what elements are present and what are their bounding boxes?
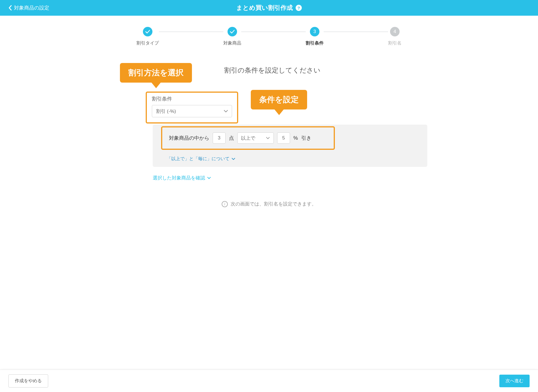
- chevron-left-icon: [8, 5, 12, 11]
- confirm-products-link[interactable]: 選択した対象商品を確認: [153, 175, 415, 181]
- callout-discount-method: 割引方法を選択: [120, 63, 192, 83]
- step-discount-name: 4 割引名: [388, 27, 402, 46]
- callout-arrow-icon: [274, 109, 284, 115]
- chevron-down-icon: [207, 177, 211, 179]
- percent-input[interactable]: [277, 132, 290, 144]
- confirm-link-text: 選択した対象商品を確認: [153, 175, 205, 181]
- condition-suffix: 引き: [301, 135, 311, 141]
- help-icon[interactable]: ?: [296, 5, 302, 11]
- about-link[interactable]: 「以上で」と「毎に」について: [161, 156, 419, 162]
- step-discount-type: 割引タイプ: [136, 27, 159, 46]
- check-icon: [230, 30, 235, 34]
- step-indicator: 3: [310, 27, 319, 36]
- step-indicator: 4: [390, 27, 400, 36]
- operator-select-wrap: 以上で: [237, 132, 274, 144]
- content-area: 割引方法を選択 条件を設定 割引の条件を設定してください 割引条件 割引 (-%…: [90, 66, 448, 207]
- percent-symbol: %: [293, 135, 298, 141]
- info-text: 次の画面では、割引名を設定できます。: [231, 201, 316, 207]
- chevron-down-icon: [232, 158, 235, 160]
- step-discount-condition: 3 割引条件: [306, 27, 324, 46]
- condition-row: 対象商品の中から 点 以上で % 引き: [161, 126, 335, 150]
- cancel-button[interactable]: 作成をやめる: [8, 374, 48, 388]
- operator-select[interactable]: 以上で: [237, 132, 274, 144]
- page-title: まとめ買い割引作成: [236, 4, 293, 12]
- footer-bar: 作成をやめる 次へ進む: [0, 370, 538, 392]
- discount-type-box: 割引条件 割引 (-%): [146, 92, 238, 123]
- callout-arrow-icon: [151, 82, 161, 88]
- step-connector: [324, 32, 388, 32]
- page-header: 対象商品の設定 まとめ買い割引作成 ?: [0, 0, 538, 16]
- step-connector: [241, 32, 306, 32]
- step-label: 割引条件: [306, 40, 324, 46]
- header-title-wrap: まとめ買い割引作成 ?: [236, 4, 302, 12]
- discount-type-label: 割引条件: [152, 95, 232, 102]
- callout-text: 割引方法を選択: [128, 68, 184, 77]
- condition-prefix: 対象商品の中から: [169, 135, 209, 141]
- step-label: 割引名: [388, 40, 402, 46]
- callout-set-condition: 条件を設定: [251, 90, 307, 109]
- discount-type-select-wrap: 割引 (-%): [152, 105, 232, 117]
- about-link-text: 「以上で」と「毎に」について: [167, 156, 229, 162]
- main-content: 割引タイプ 対象商品 3 割引条件 4 割引名 割引方法を選択: [90, 16, 448, 392]
- step-target-products: 対象商品: [223, 27, 241, 46]
- step-connector: [159, 32, 223, 32]
- condition-panel: 対象商品の中から 点 以上で % 引き 「以上で」と「毎に」について: [153, 125, 427, 167]
- section-title: 割引の条件を設定してください: [224, 66, 415, 75]
- back-button[interactable]: 対象商品の設定: [8, 4, 49, 11]
- step-indicator: [228, 27, 237, 36]
- discount-type-select[interactable]: 割引 (-%): [152, 105, 232, 117]
- callout-text: 条件を設定: [259, 95, 299, 104]
- step-label: 割引タイプ: [136, 40, 159, 46]
- step-indicator: [143, 27, 152, 36]
- info-icon: i: [222, 201, 228, 207]
- check-icon: [145, 30, 150, 34]
- quantity-unit: 点: [229, 135, 234, 141]
- quantity-input[interactable]: [213, 132, 226, 144]
- info-row: i 次の画面では、割引名を設定できます。: [123, 201, 415, 207]
- step-label: 対象商品: [223, 40, 241, 46]
- next-button[interactable]: 次へ進む: [499, 375, 530, 387]
- stepper: 割引タイプ 対象商品 3 割引条件 4 割引名: [90, 27, 448, 46]
- back-label: 対象商品の設定: [14, 4, 49, 11]
